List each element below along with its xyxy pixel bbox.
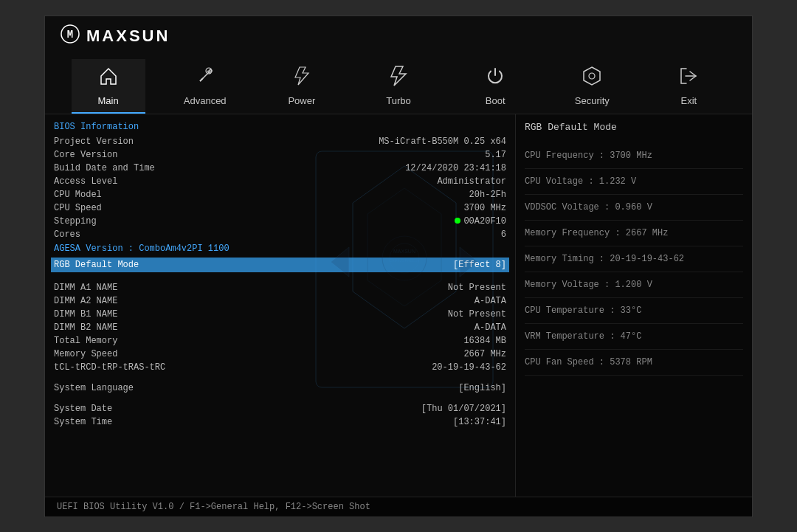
selected-row[interactable]: RGB Default Mode [Effect 8] (51, 258, 509, 272)
info-row-value: 20h-2Fh (469, 190, 506, 200)
info-row-label: CPU Model (54, 190, 102, 200)
dimm-row-label: tCL-tRCD-tRP-tRAS-tRC (54, 362, 165, 373)
date-row-label: System Time (54, 417, 112, 427)
info-row: CPU Speed3700 MHz (54, 201, 506, 215)
system-row-label: System Language (54, 383, 134, 393)
agesa-row: AGESA Version : ComboAm4v2PI 1100 (54, 241, 506, 256)
info-row: Stepping00A20F10 (54, 215, 506, 228)
content-area: MAXSUN GAMING FREESY BIOS Information Pr… (45, 114, 752, 497)
dimm-row-label: DIMM A1 NAME (54, 283, 117, 293)
dimm-row-value: A-DATA (475, 296, 506, 306)
right-stat: Memory Timing : 20-19-19-43-62 (525, 246, 743, 272)
info-row: Cores6 (54, 228, 506, 241)
date-row-label: System Date (54, 404, 112, 414)
status-text: UEFI BIOS Utility V1.0 / F1->General Hel… (57, 502, 370, 512)
selected-label: RGB Default Mode (54, 260, 139, 270)
date-row[interactable]: System Time[13:37:41] (54, 415, 506, 429)
right-stats: CPU Frequency : 3700 MHzCPU Voltage : 1.… (525, 143, 743, 376)
nav-item-boot[interactable]: Boot (458, 59, 532, 114)
nav-bar: MainAdvancedPowerTurboBootSecurityExit (60, 59, 737, 114)
dimm-row-label: DIMM A2 NAME (54, 296, 117, 306)
info-row-label: Project Version (54, 137, 134, 147)
info-rows: Project VersionMS-iCraft-B550M 0.25 x64C… (54, 135, 506, 241)
nav-label-boot: Boot (486, 95, 506, 106)
info-row: Project VersionMS-iCraft-B550M 0.25 x64 (54, 135, 506, 148)
dimm-row-label: DIMM B1 NAME (54, 309, 117, 319)
nav-item-exit[interactable]: Exit (652, 59, 725, 114)
nav-icon-turbo (387, 65, 410, 91)
right-stat: Memory Voltage : 1.200 V (525, 272, 743, 298)
nav-item-turbo[interactable]: Turbo (362, 59, 435, 114)
nav-icon-exit (677, 65, 700, 91)
dimm-row: DIMM A2 NAMEA-DATA (54, 294, 506, 308)
info-row-label: Cores (54, 229, 80, 240)
svg-text:M: M (67, 29, 73, 41)
bios-info-title: BIOS Information (54, 122, 506, 132)
nav-label-exit: Exit (681, 95, 697, 106)
info-row-label: Access Level (54, 176, 117, 187)
info-row-label: CPU Speed (54, 203, 102, 213)
logo: M MAXSUN (60, 24, 737, 49)
system-row[interactable]: System Language[English] (54, 381, 506, 395)
system-rows: System Language[English] (54, 381, 506, 395)
svg-line-2 (200, 78, 203, 81)
dimm-row-value: 16384 MB (463, 336, 506, 346)
right-stat: VDDSOC Voltage : 0.960 V (525, 195, 743, 221)
dimm-row-value: 2667 MHz (463, 349, 506, 359)
nav-icon-boot (484, 65, 506, 91)
logo-text: MAXSUN (86, 27, 170, 46)
bios-window: M MAXSUN MainAdvancedPowerTurboBootSecur… (44, 15, 753, 517)
info-row-label: Core Version (54, 150, 117, 160)
dimm-rows: DIMM A1 NAMENot PresentDIMM A2 NAMEA-DAT… (54, 281, 506, 374)
info-row-value: 5.17 (485, 150, 506, 160)
info-row-label: Stepping (54, 216, 97, 227)
dimm-row: Memory Speed2667 MHz (54, 348, 506, 361)
right-panel: RGB Default Mode CPU Frequency : 3700 MH… (516, 114, 752, 497)
system-row-value: [English] (458, 383, 506, 393)
date-rows: System Date[Thu 01/07/2021]System Time[1… (54, 402, 506, 429)
info-row-value: Administrator (437, 176, 506, 187)
date-row[interactable]: System Date[Thu 01/07/2021] (54, 402, 506, 415)
left-panel: MAXSUN GAMING FREESY BIOS Information Pr… (45, 114, 516, 497)
dimm-row: tCL-tRCD-tRP-tRAS-tRC20-19-19-43-62 (54, 361, 506, 374)
info-row: CPU Model20h-2Fh (54, 188, 506, 201)
svg-point-6 (589, 73, 595, 79)
info-row: Access LevelAdministrator (54, 175, 506, 188)
dimm-row-value: 20-19-19-43-62 (432, 362, 506, 373)
dimm-row: DIMM B2 NAMEA-DATA (54, 321, 506, 334)
info-row-value: 6 (501, 229, 506, 240)
status-bar: UEFI BIOS Utility V1.0 / F1->General Hel… (45, 497, 752, 517)
bios-info-section: BIOS Information Project VersionMS-iCraf… (54, 122, 506, 272)
nav-label-advanced: Advanced (184, 95, 227, 106)
nav-item-advanced[interactable]: Advanced (168, 59, 242, 114)
dimm-row: Total Memory16384 MB (54, 334, 506, 348)
info-row-value: 00A20F10 (455, 216, 506, 227)
nav-icon-security (581, 65, 603, 91)
nav-label-main: Main (97, 95, 118, 106)
right-stat: Memory Frequency : 2667 MHz (525, 221, 743, 246)
logo-icon: M (60, 24, 80, 49)
header: M MAXSUN MainAdvancedPowerTurboBootSecur… (45, 16, 752, 114)
nav-icon-power (291, 65, 313, 91)
dimm-row-label: Memory Speed (54, 349, 117, 359)
info-row-value: 3700 MHz (463, 203, 506, 213)
right-panel-title: RGB Default Mode (525, 122, 743, 133)
svg-marker-5 (584, 67, 600, 85)
nav-label-security: Security (575, 95, 610, 106)
nav-item-power[interactable]: Power (265, 59, 339, 114)
nav-item-security[interactable]: Security (555, 59, 629, 114)
right-stat: VRM Temperature : 47°C (525, 324, 743, 350)
nav-label-turbo: Turbo (386, 95, 410, 106)
dimm-row: DIMM A1 NAMENot Present (54, 281, 506, 294)
info-row: Core Version5.17 (54, 148, 506, 162)
right-stat: CPU Temperature : 33°C (525, 298, 743, 324)
dimm-row-label: Total Memory (54, 336, 117, 346)
info-row-value: MS-iCraft-B550M 0.25 x64 (379, 137, 506, 147)
info-row-label: Build Date and Time (54, 163, 155, 173)
dimm-row: DIMM B1 NAMENot Present (54, 308, 506, 321)
nav-label-power: Power (288, 95, 315, 106)
right-stat: CPU Fan Speed : 5378 RPM (525, 350, 743, 376)
date-row-value: [13:37:41] (453, 417, 506, 427)
right-stat: CPU Voltage : 1.232 V (525, 169, 743, 195)
nav-item-main[interactable]: Main (72, 59, 145, 114)
